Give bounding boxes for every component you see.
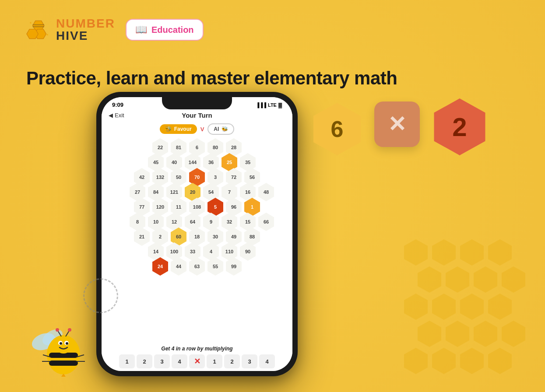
phone-notch [162, 97, 232, 109]
hex-cell[interactable]: 44 [170, 257, 187, 276]
hex-cell[interactable]: 63 [188, 257, 206, 276]
main-headline: Practice, learn and master elementary ma… [26, 68, 397, 89]
number-btn-3[interactable]: 3 [154, 354, 170, 368]
svg-rect-11 [49, 360, 78, 366]
education-label: Education [151, 25, 194, 35]
players-row: 🐝 Favour V AI 🐝 [102, 121, 292, 137]
game-header: ◀ Exit Your Turn [102, 110, 292, 121]
number-btn-2[interactable]: 2 [137, 354, 152, 368]
number-btn-1b[interactable]: 1 [207, 354, 222, 368]
logo: NUMBER HIVE [26, 18, 115, 42]
logo-top: NUMBER [56, 18, 115, 30]
logo-icon [26, 19, 53, 41]
svg-point-18 [56, 328, 59, 332]
vs-text: V [200, 126, 204, 133]
phone-screen: 9:09 ▐▐▐ LTE ▓ ◀ Exit Your Turn 🐝 [102, 97, 292, 371]
hex-cell-24[interactable]: 24 [151, 257, 169, 276]
float-hex-2: 2 [431, 98, 488, 155]
player2-name: AI [214, 126, 219, 132]
player-favour: 🐝 Favour [160, 124, 197, 134]
svg-point-20 [68, 328, 71, 332]
number-btn-1[interactable]: 1 [119, 354, 135, 368]
hex-grid: 22 81 6 80 28 45 40 144 36 25 35 42 [102, 137, 292, 343]
svg-point-12 [55, 336, 72, 354]
phone-outer: 9:09 ▐▐▐ LTE ▓ ◀ Exit Your Turn 🐝 [96, 92, 298, 376]
player-ai: AI 🐝 [207, 123, 234, 135]
network-icon: LTE [268, 102, 277, 108]
exit-button[interactable]: ◀ Exit [109, 112, 124, 119]
float-hex-2-value: 2 [452, 112, 467, 142]
svg-point-5 [30, 22, 32, 24]
game-bottom: Get 4 in a row by multiplying 1 2 3 4 ✕ … [102, 343, 292, 371]
number-btn-4b[interactable]: 4 [259, 354, 275, 368]
number-row: 1 2 3 4 ✕ 1 2 3 4 [109, 354, 285, 368]
back-arrow-icon: ◀ [109, 112, 113, 119]
svg-point-15 [60, 342, 62, 345]
clear-button[interactable]: ✕ [189, 354, 205, 368]
hex-row-9: 24 44 63 55 99 [105, 257, 289, 276]
bee-character [26, 309, 92, 374]
player2-bee-icon: 🐝 [222, 126, 228, 132]
education-icon: 📖 [135, 24, 147, 35]
svg-point-6 [46, 34, 48, 36]
svg-point-16 [66, 342, 68, 345]
svg-marker-2 [27, 29, 38, 39]
phone-mockup: 9:09 ▐▐▐ LTE ▓ ◀ Exit Your Turn 🐝 [96, 92, 306, 381]
exit-label: Exit [115, 112, 124, 119]
float-hex-6: 6 [311, 103, 363, 155]
header: NUMBER HIVE 📖 Education [26, 18, 204, 42]
logo-bottom: HIVE [56, 30, 115, 42]
status-time: 9:09 [112, 102, 123, 108]
dashed-decoration [83, 278, 118, 313]
number-btn-4[interactable]: 4 [172, 354, 187, 368]
battery-icon: ▓ [278, 102, 282, 108]
game-title: Your Turn [182, 112, 212, 119]
float-hex-6-value: 6 [331, 116, 344, 142]
hex-cell[interactable]: 55 [207, 257, 224, 276]
float-hex-multiply [374, 102, 420, 147]
hex-cell[interactable]: 99 [225, 257, 243, 276]
status-icons: ▐▐▐ LTE ▓ [256, 102, 282, 108]
education-badge[interactable]: 📖 Education [126, 19, 204, 41]
player1-bee-icon: 🐝 [165, 126, 172, 132]
number-btn-3b[interactable]: 3 [242, 354, 257, 368]
honeycomb-background [402, 239, 527, 374]
svg-line-19 [66, 331, 69, 336]
number-btn-2b[interactable]: 2 [224, 354, 240, 368]
logo-text: NUMBER HIVE [56, 18, 115, 42]
signal-icon: ▐▐▐ [256, 102, 266, 108]
instruction-text: Get 4 in a row by multiplying [109, 346, 285, 352]
player1-name: Favour [174, 126, 192, 132]
